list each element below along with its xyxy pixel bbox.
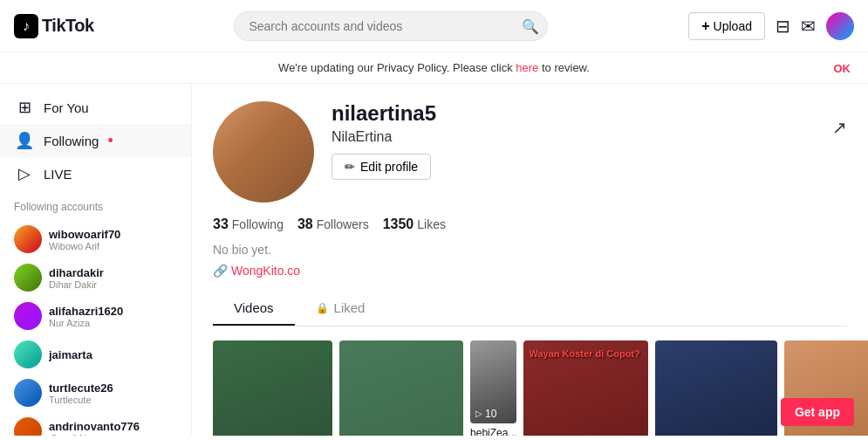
video-card-5[interactable]: ▷ 26 TeknikPrebunkingdanDe... xyxy=(655,340,777,436)
link-text: WongKito.co xyxy=(231,264,300,278)
sidebar-account-alifahazri1620[interactable]: alifahazri1620 Nur Aziza xyxy=(0,297,191,335)
account-avatar xyxy=(14,302,42,330)
account-avatar xyxy=(14,264,42,292)
account-sub: Nur Aziza xyxy=(49,318,123,328)
sidebar: ⊞ For You 👤 Following • ▷ LIVE Following… xyxy=(0,84,192,436)
upload-plus-icon: + xyxy=(701,18,709,34)
tab-liked[interactable]: 🔒 Liked xyxy=(295,292,386,326)
search-input[interactable] xyxy=(234,11,548,41)
video-thumbnail: ▷ 26 xyxy=(655,340,777,436)
account-sub: Wibowo Arif xyxy=(49,241,120,251)
account-info: dihardakir Dihar Dakir xyxy=(49,266,104,290)
profile-details: nilaertina5 NilaErtina ↗ ✏ Edit profile xyxy=(331,101,847,180)
profile-avatar xyxy=(213,101,314,203)
play-count-value: 10 xyxy=(485,408,496,420)
privacy-banner: We're updating our Privacy Policy. Pleas… xyxy=(0,52,868,84)
likes-stat: 1350 Likes xyxy=(383,217,446,232)
sidebar-item-for-you[interactable]: ⊞ For You xyxy=(0,91,191,124)
account-name: wibowoarif70 xyxy=(49,228,120,241)
account-avatar xyxy=(14,417,42,436)
profile-username: nilaertina5 xyxy=(331,101,436,126)
account-name: dihardakir xyxy=(49,266,104,279)
account-avatar xyxy=(14,340,42,368)
message-icon-button[interactable]: ✉ xyxy=(801,16,816,37)
lock-icon: 🔒 xyxy=(316,302,329,314)
share-button[interactable]: ↗ xyxy=(832,117,847,138)
account-sub: @andi N xyxy=(49,433,140,437)
edit-icon: ✏ xyxy=(345,160,355,174)
video-thumbnail: Wayan Koster di Copot? LawanHoaks ▷ 30 xyxy=(523,340,648,436)
account-avatar xyxy=(14,225,42,253)
video-thumbnail: ▷ 8 xyxy=(213,340,332,436)
tabs: Videos 🔒 Liked xyxy=(213,292,847,327)
profile-link[interactable]: 🔗 WongKito.co xyxy=(213,264,847,278)
for-you-icon: ⊞ xyxy=(14,98,35,117)
get-app-button[interactable]: Get app xyxy=(781,398,854,426)
filter-icon-button[interactable]: ⊟ xyxy=(776,16,790,37)
for-you-label: For You xyxy=(44,100,89,115)
privacy-text: We're updating our Privacy Policy. Pleas… xyxy=(278,61,516,74)
edit-profile-label: Edit profile xyxy=(360,160,418,174)
sidebar-item-following[interactable]: 👤 Following • xyxy=(0,124,191,157)
tab-videos[interactable]: Videos xyxy=(213,292,295,326)
logo-icon: ♪ xyxy=(14,14,38,38)
account-avatar xyxy=(14,379,42,407)
account-name: andrinovanto776 xyxy=(49,420,140,433)
profile-header: nilaertina5 NilaErtina ↗ ✏ Edit profile xyxy=(213,101,847,203)
video-card-1[interactable]: ▷ 8 Waspada penyebaran h... xyxy=(213,340,332,436)
following-count: 33 xyxy=(213,217,229,232)
likes-count: 1350 xyxy=(383,217,414,232)
followers-count: 38 xyxy=(297,217,313,232)
header-actions: + Upload ⊟ ✉ xyxy=(688,12,854,40)
account-name: turtlecute26 xyxy=(49,382,113,395)
account-info: andrinovanto776 @andi N xyxy=(49,420,140,437)
video-card-4[interactable]: Wayan Koster di Copot? LawanHoaks ▷ 30 c… xyxy=(523,340,648,436)
sidebar-account-andrinovanto776[interactable]: andrinovanto776 @andi N xyxy=(0,412,191,436)
account-name: jaimarta xyxy=(49,348,92,361)
following-nav-icon: 👤 xyxy=(14,131,35,150)
video-card-2[interactable]: ▷ 5971 Hoaks OKI bagikan Rp 1... xyxy=(339,340,463,436)
followers-stat[interactable]: 38 Followers xyxy=(297,217,369,232)
privacy-ok-button[interactable]: OK xyxy=(834,61,851,74)
following-stat[interactable]: 33 Following xyxy=(213,217,284,232)
account-info: wibowoarif70 Wibowo Arif xyxy=(49,228,120,251)
play-icon: ▷ xyxy=(475,409,482,418)
avatar[interactable] xyxy=(826,12,854,40)
sidebar-account-dihardakir[interactable]: dihardakir Dihar Dakir xyxy=(0,258,191,297)
profile-stats: 33 Following 38 Followers 1350 Likes xyxy=(213,217,847,232)
video-card-3[interactable]: ▷ 10 bebiZea... xyxy=(470,340,516,436)
logo-text: TikTok xyxy=(42,16,94,36)
sidebar-account-jaimarta[interactable]: jaimarta xyxy=(0,335,191,374)
following-stat-label: Following xyxy=(232,217,284,231)
logo[interactable]: ♪ TikTok xyxy=(14,14,94,38)
following-dot: • xyxy=(107,133,113,148)
video-thumbnail: ▷ 5971 xyxy=(339,340,463,436)
search-icon-button[interactable]: 🔍 xyxy=(522,17,539,34)
video-title: bebiZea... xyxy=(470,427,516,436)
account-info: alifahazri1620 Nur Aziza xyxy=(49,305,123,328)
search-container: 🔍 xyxy=(234,11,548,41)
profile-display-name: NilaErtina xyxy=(331,129,436,145)
main-layout: ⊞ For You 👤 Following • ▷ LIVE Following… xyxy=(0,84,868,436)
followers-stat-label: Followers xyxy=(317,217,369,231)
account-info: jaimarta xyxy=(49,348,92,361)
account-name: alifahazri1620 xyxy=(49,305,123,318)
sidebar-account-turtlecute26[interactable]: turtlecute26 Turtlecute xyxy=(0,374,191,412)
privacy-link[interactable]: here xyxy=(516,61,538,74)
edit-profile-button[interactable]: ✏ Edit profile xyxy=(331,154,431,180)
sidebar-account-wibowoarif70[interactable]: wibowoarif70 Wibowo Arif xyxy=(0,220,191,258)
privacy-text-suffix: to review. xyxy=(542,61,590,74)
videos-grid: ▷ 8 Waspada penyebaran h... ▷ 5971 Hoaks… xyxy=(213,340,847,436)
live-icon: ▷ xyxy=(14,164,35,183)
account-sub: Turtlecute xyxy=(49,395,113,405)
video-thumbnail: ▷ 10 xyxy=(470,340,516,423)
upload-label: Upload xyxy=(714,19,752,33)
profile-content: nilaertina5 NilaErtina ↗ ✏ Edit profile … xyxy=(192,84,868,436)
tab-liked-label: Liked xyxy=(334,300,366,315)
following-nav-label: Following xyxy=(44,134,99,148)
upload-button[interactable]: + Upload xyxy=(688,12,765,40)
sidebar-item-live[interactable]: ▷ LIVE xyxy=(0,157,191,190)
profile-bio: No bio yet. xyxy=(213,243,847,257)
video-play-count: ▷ 10 xyxy=(475,408,496,420)
tab-videos-label: Videos xyxy=(234,300,274,315)
